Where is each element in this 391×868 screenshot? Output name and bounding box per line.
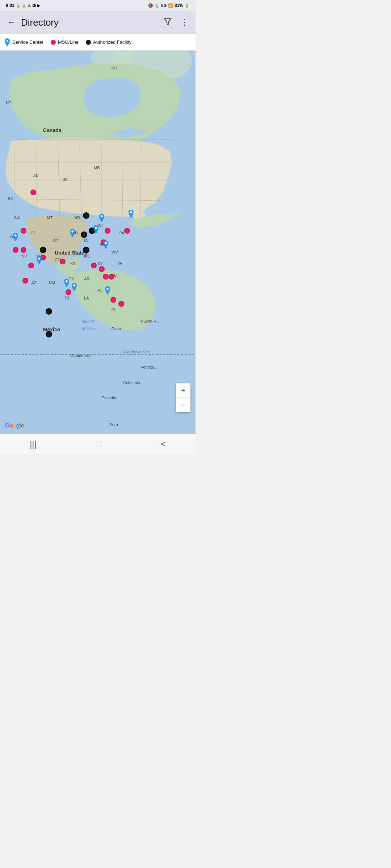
svg-point-7 (176, 213, 179, 217)
msu-line-label: MSU/Line (58, 39, 79, 45)
msu-marker-r10[interactable] (91, 263, 97, 268)
time-display: 9:03 (6, 3, 14, 8)
svg-point-20 (66, 280, 68, 282)
filter-button[interactable] (162, 16, 173, 29)
wifi-icon: 📡 (155, 3, 160, 8)
page-title: Directory (21, 17, 158, 28)
msu-line-dot (51, 40, 56, 45)
service-center-pin-p6[interactable] (127, 210, 135, 219)
msu-marker-r17[interactable] (110, 297, 116, 303)
svg-point-15 (71, 230, 73, 233)
authorized-facility-dot (86, 40, 91, 45)
msu-marker-r18[interactable] (118, 301, 124, 307)
more-options-button[interactable]: ⋮ (179, 16, 190, 29)
svg-point-18 (130, 211, 132, 213)
network-label: 5G (161, 3, 167, 8)
svg-point-17 (101, 215, 103, 217)
msu-marker-r16[interactable] (109, 274, 114, 280)
service-center-pin-p8[interactable] (63, 279, 70, 288)
authorized-marker-b4[interactable] (40, 247, 46, 253)
service-center-pin-p3[interactable] (69, 229, 76, 238)
service-center-label: Service Center (12, 39, 43, 45)
alert-icon: ⚠ (28, 4, 31, 8)
service-center-pin-icon (4, 38, 10, 46)
image-icon: 🖼 (32, 4, 36, 8)
msu-marker-r8[interactable] (60, 259, 66, 264)
service-center-pin-p9[interactable] (71, 283, 78, 292)
status-bar: 9:03 🔒 🔒 ⚠ 🖼 ▶ 🔇 📡 5G 📶 81% 🔋 (0, 0, 196, 11)
back-button[interactable]: ← (6, 16, 17, 29)
authorized-marker-b1[interactable] (83, 212, 89, 219)
msu-marker-r13[interactable] (124, 228, 130, 234)
svg-point-16 (95, 227, 97, 229)
legend-bar: Service Center MSU/Line Authorized Facil… (0, 34, 196, 51)
map-background (0, 51, 196, 434)
zoom-out-button[interactable]: − (176, 398, 190, 412)
map-view[interactable]: NUNTCanadaABSKMBBCWAORMTNDIDWYSDNVUTCONE… (0, 51, 196, 434)
msu-marker-r5[interactable] (28, 263, 34, 268)
legend-msu-line: MSU/Line (51, 39, 79, 45)
authorized-facility-label: Authorized Facility (93, 39, 131, 45)
service-center-pin-p7[interactable] (102, 241, 109, 250)
svg-point-1 (7, 40, 8, 42)
play-icon: ▶ (37, 4, 40, 8)
battery-label: 81% (175, 3, 183, 8)
app-bar-actions: ⋮ (162, 16, 190, 29)
recent-apps-button[interactable]: ||| (21, 436, 45, 452)
svg-point-10 (125, 128, 136, 132)
legend-service-center: Service Center (4, 38, 43, 46)
service-center-pin-p10[interactable] (104, 286, 111, 296)
mute-icon: 🔇 (148, 3, 153, 8)
authorized-marker-b2[interactable] (81, 231, 87, 238)
service-center-pin-p5[interactable] (98, 214, 105, 223)
svg-point-19 (105, 242, 107, 244)
msu-marker-r12[interactable] (105, 228, 110, 234)
google-logo: Google (5, 422, 24, 429)
app-bar: ← Directory ⋮ (0, 11, 196, 34)
svg-point-6 (167, 214, 173, 220)
svg-point-13 (14, 234, 17, 237)
nav-bar: ||| □ < (0, 434, 196, 454)
back-nav-button[interactable]: < (152, 436, 175, 452)
service-center-pin-p4[interactable] (92, 225, 100, 235)
lock-icon2: 🔒 (22, 4, 26, 8)
svg-marker-0 (164, 18, 171, 25)
service-center-pin-p2[interactable] (35, 256, 43, 265)
zoom-controls: + − (176, 383, 190, 412)
msu-marker-r3[interactable] (13, 247, 18, 253)
authorized-marker-b7[interactable] (46, 331, 52, 337)
status-time: 9:03 🔒 🔒 ⚠ 🖼 ▶ (6, 3, 40, 8)
battery-icon: 🔋 (185, 3, 190, 8)
lock-icon: 🔒 (16, 4, 20, 8)
svg-point-21 (73, 284, 75, 286)
service-center-pin-p1[interactable] (12, 233, 19, 242)
signal-icon: 📶 (168, 3, 173, 8)
msu-marker-r14[interactable] (99, 266, 105, 272)
msu-marker-r15[interactable] (103, 274, 109, 280)
svg-point-22 (106, 288, 109, 290)
msu-marker-r4[interactable] (21, 247, 26, 253)
authorized-marker-b5[interactable] (83, 247, 89, 253)
svg-point-14 (38, 258, 40, 260)
home-button[interactable]: □ (87, 436, 110, 452)
authorized-marker-b6[interactable] (46, 308, 52, 315)
msu-marker-r1[interactable] (30, 190, 36, 195)
msu-marker-r6[interactable] (22, 278, 28, 284)
zoom-in-button[interactable]: + (176, 383, 190, 398)
legend-authorized-facility: Authorized Facility (86, 39, 131, 45)
msu-marker-r2[interactable] (21, 228, 26, 234)
status-right-icons: 🔇 📡 5G 📶 81% 🔋 (148, 3, 190, 8)
